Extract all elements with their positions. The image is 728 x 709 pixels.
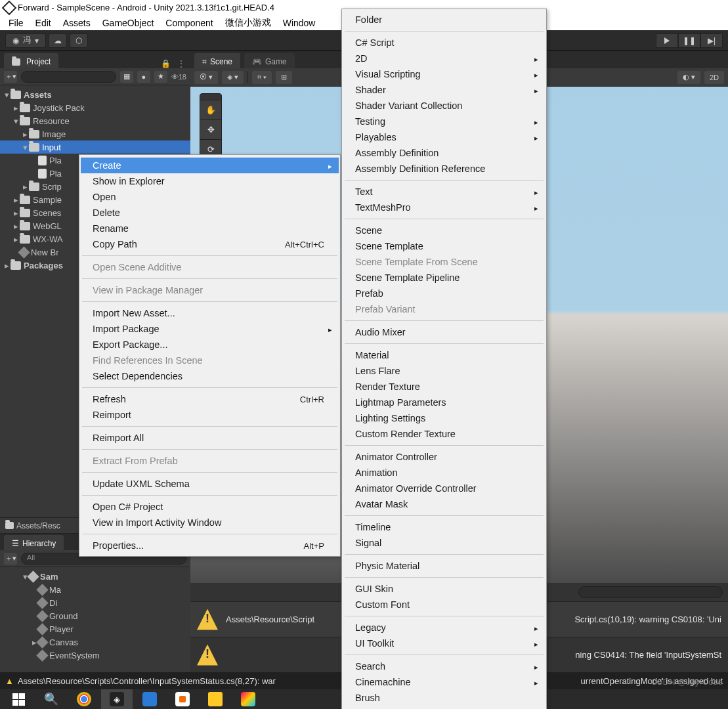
menu-scene-template-pipeline[interactable]: Scene Template Pipeline xyxy=(343,270,545,286)
menu-prefab[interactable]: Prefab xyxy=(343,286,545,301)
menu-open-csharp-project[interactable]: Open C# Project xyxy=(81,499,339,515)
account-dropdown[interactable]: ◉ 冯 ▾ xyxy=(5,33,46,48)
menu-cinemachine[interactable]: Cinemachine xyxy=(343,674,545,690)
menu-view-import-activity[interactable]: View in Import Activity Window xyxy=(81,515,339,530)
menu-window[interactable]: Window xyxy=(277,16,322,30)
tab-scene[interactable]: ⌗ Scene xyxy=(194,53,240,68)
menu-folder[interactable]: Folder xyxy=(343,12,545,28)
task-explorer[interactable] xyxy=(200,689,231,709)
tool-pivot-dropdown[interactable]: ◈ ▾ xyxy=(222,71,244,84)
menu-open[interactable]: Open xyxy=(81,189,339,205)
menu-shader-variant-collection[interactable]: Shader Variant Collection xyxy=(343,98,545,114)
menu-rename[interactable]: Rename xyxy=(81,221,339,236)
kebab-icon[interactable]: ⋮ xyxy=(177,59,185,68)
hand-tool[interactable]: ✋ xyxy=(200,100,221,120)
menu-gui-skin[interactable]: GUI Skin xyxy=(343,581,545,597)
menu-assembly-definition-reference[interactable]: Assembly Definition Reference xyxy=(343,161,545,177)
menu-scene-template[interactable]: Scene Template xyxy=(343,238,545,254)
menu-playables[interactable]: Playables xyxy=(343,129,545,145)
menu-export-package[interactable]: Export Package... xyxy=(81,337,339,353)
tool-grip[interactable] xyxy=(200,94,221,100)
project-search[interactable] xyxy=(21,71,116,83)
snap-increment-button[interactable]: ⊞ xyxy=(276,71,292,84)
menu-brush[interactable]: Brush xyxy=(343,690,545,706)
menu-custom-render-texture[interactable]: Custom Render Texture xyxy=(343,426,545,442)
menu-show-in-explorer[interactable]: Show in Explorer xyxy=(81,173,339,189)
menu-import-package[interactable]: Import Package xyxy=(81,321,339,337)
menu-copy-path[interactable]: Copy PathAlt+Ctrl+C xyxy=(81,236,339,252)
menu-physic-material[interactable]: Physic Material xyxy=(343,558,545,574)
menu-lens-flare[interactable]: Lens Flare xyxy=(343,363,545,379)
menu-reimport-all[interactable]: Reimport All xyxy=(81,430,339,446)
menu-create[interactable]: Create xyxy=(81,158,339,173)
console-search[interactable] xyxy=(578,586,723,598)
play-button[interactable] xyxy=(656,33,678,48)
tool-handle-dropdown[interactable]: ⦿ ▾ xyxy=(194,71,218,84)
menu-text[interactable]: Text xyxy=(343,184,545,200)
hierarchy-tree[interactable]: Sam Ma Di Ground Player Canvas EventSyst… xyxy=(0,567,190,672)
menu-assembly-definition[interactable]: Assembly Definition xyxy=(343,145,545,161)
menu-shader[interactable]: Shader xyxy=(343,82,545,98)
menu-animator-controller[interactable]: Animator Controller xyxy=(343,449,545,465)
menu-search[interactable]: Search xyxy=(343,658,545,674)
search-by-label-button[interactable]: ● xyxy=(137,71,150,83)
menu-scene[interactable]: Scene xyxy=(343,223,545,238)
task-unity[interactable]: ◈ xyxy=(101,689,133,709)
menu-properties[interactable]: Properties...Alt+P xyxy=(81,538,339,553)
menu-assets[interactable]: Assets xyxy=(57,16,96,30)
menu-lightmap-parameters[interactable]: Lightmap Parameters xyxy=(343,395,545,410)
menu-delete[interactable]: Delete xyxy=(81,205,339,221)
menu-csharp-script[interactable]: C# Script xyxy=(343,35,545,51)
menu-timeline[interactable]: Timeline xyxy=(343,519,545,535)
move-tool[interactable]: ✥ xyxy=(200,120,221,140)
menu-refresh[interactable]: RefreshCtrl+R xyxy=(81,391,339,407)
tab-game[interactable]: 🎮 Game xyxy=(244,53,295,68)
menu-edit[interactable]: Edit xyxy=(30,16,57,30)
tab-hierarchy[interactable]: ☰ Hierarchy xyxy=(4,535,64,550)
menu-select-dependencies[interactable]: Select Dependencies xyxy=(81,368,339,384)
draw-mode-dropdown[interactable]: ◐ ▾ xyxy=(677,71,700,84)
menu-custom-font[interactable]: Custom Font xyxy=(343,597,545,612)
task-app-gradient[interactable] xyxy=(232,689,264,709)
menu-wechat[interactable]: 微信小游戏 xyxy=(219,16,277,30)
favorite-button[interactable]: ★ xyxy=(154,71,167,83)
hidden-count[interactable]: 👁18 xyxy=(171,73,186,81)
search-by-type-button[interactable]: ▦ xyxy=(120,71,133,83)
task-chrome[interactable] xyxy=(68,689,100,709)
search-button[interactable]: 🔍 xyxy=(35,689,67,709)
menu-import-new-asset[interactable]: Import New Asset... xyxy=(81,305,339,321)
2d-toggle[interactable]: 2D xyxy=(704,71,724,84)
step-button[interactable]: ▶| xyxy=(700,33,723,48)
menu-legacy[interactable]: Legacy xyxy=(343,620,545,635)
hierarchy-add-button[interactable]: ＋▾ xyxy=(4,553,17,565)
menu-animation[interactable]: Animation xyxy=(343,465,545,481)
menu-update-uxml[interactable]: Update UXML Schema xyxy=(81,476,339,492)
grid-snap-dropdown[interactable]: ⌗ ▾ xyxy=(252,71,272,84)
menu-avatar-mask[interactable]: Avatar Mask xyxy=(343,496,545,512)
menu-testing[interactable]: Testing xyxy=(343,114,545,129)
menu-render-texture[interactable]: Render Texture xyxy=(343,379,545,395)
services-button[interactable]: ⬡ xyxy=(70,33,88,48)
task-vscode[interactable] xyxy=(134,689,165,709)
start-button[interactable] xyxy=(3,689,34,709)
menu-gameobject[interactable]: GameObject xyxy=(96,16,160,30)
menu-reimport[interactable]: Reimport xyxy=(81,407,339,423)
menu-ui-toolkit[interactable]: UI Toolkit xyxy=(343,635,545,651)
menu-terrain-layer[interactable]: Terrain Layer xyxy=(343,706,545,709)
menu-audio-mixer[interactable]: Audio Mixer xyxy=(343,324,545,340)
pause-button[interactable]: ❚❚ xyxy=(678,33,700,48)
lock-icon[interactable]: 🔒 xyxy=(161,59,171,68)
menu-lighting-settings[interactable]: Lighting Settings xyxy=(343,410,545,426)
menu-component[interactable]: Component xyxy=(160,16,219,30)
menu-animator-override-controller[interactable]: Animator Override Controller xyxy=(343,481,545,496)
menu-signal[interactable]: Signal xyxy=(343,535,545,551)
cloud-button[interactable]: ☁ xyxy=(49,33,67,48)
menu-file[interactable]: File xyxy=(3,16,30,30)
menu-textmeshpro[interactable]: TextMeshPro xyxy=(343,200,545,215)
add-button[interactable]: ＋▾ xyxy=(4,71,17,83)
menu-2d[interactable]: 2D xyxy=(343,51,545,66)
menu-visual-scripting[interactable]: Visual Scripting xyxy=(343,66,545,82)
task-app-orange[interactable] xyxy=(167,689,198,709)
tab-project[interactable]: Project xyxy=(4,53,58,68)
menu-material[interactable]: Material xyxy=(343,347,545,363)
